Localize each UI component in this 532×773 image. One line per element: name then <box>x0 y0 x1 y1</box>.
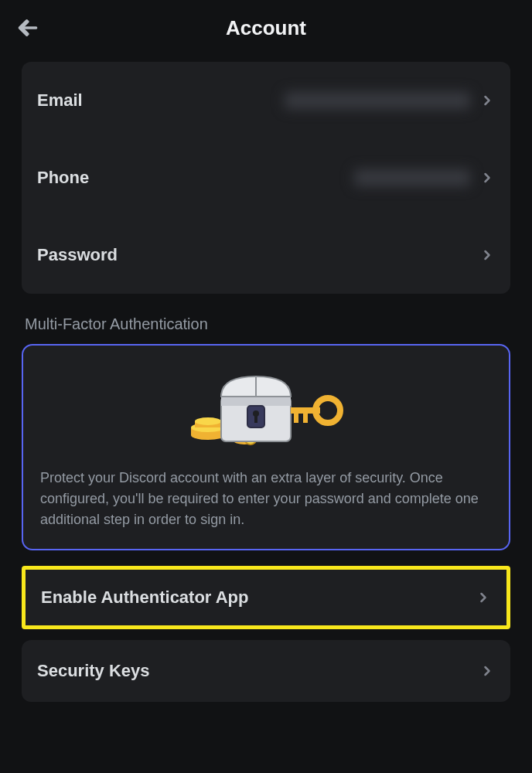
password-row[interactable]: Password <box>22 216 510 294</box>
svg-rect-13 <box>254 415 257 423</box>
mfa-illustration <box>40 367 492 452</box>
header: Account <box>0 0 532 56</box>
enable-authenticator-label: Enable Authenticator App <box>41 587 249 608</box>
svg-rect-16 <box>294 414 298 423</box>
chevron-right-icon <box>479 93 495 108</box>
enable-authenticator-row[interactable]: Enable Authenticator App <box>26 570 506 625</box>
phone-value-blurred <box>354 169 470 186</box>
treasure-chest-key-icon <box>173 367 359 452</box>
svg-point-5 <box>195 417 221 425</box>
svg-rect-9 <box>221 397 291 406</box>
chevron-right-icon <box>479 663 495 679</box>
phone-row[interactable]: Phone <box>22 139 510 216</box>
svg-rect-15 <box>291 407 320 414</box>
email-row[interactable]: Email <box>22 62 510 139</box>
chevron-right-icon <box>479 247 495 263</box>
phone-label: Phone <box>37 168 89 188</box>
page-title: Account <box>40 16 492 40</box>
chevron-right-icon <box>476 590 491 605</box>
mfa-section-header: Multi-Factor Authentication <box>0 309 532 344</box>
security-keys-label: Security Keys <box>37 661 150 681</box>
email-label: Email <box>37 90 83 111</box>
email-value-blurred <box>285 92 470 109</box>
svg-rect-17 <box>303 414 308 423</box>
mfa-info-banner: Protect your Discord account with an ext… <box>22 344 510 550</box>
chevron-right-icon <box>479 170 495 186</box>
security-keys-row[interactable]: Security Keys <box>22 640 510 702</box>
security-keys-group: Security Keys <box>22 640 510 702</box>
mfa-description-text: Protect your Discord account with an ext… <box>40 468 492 530</box>
password-label: Password <box>37 245 118 265</box>
highlighted-enable-authenticator: Enable Authenticator App <box>22 566 510 629</box>
back-arrow-icon[interactable] <box>15 15 40 40</box>
account-info-group: Email Phone Password <box>22 62 510 294</box>
